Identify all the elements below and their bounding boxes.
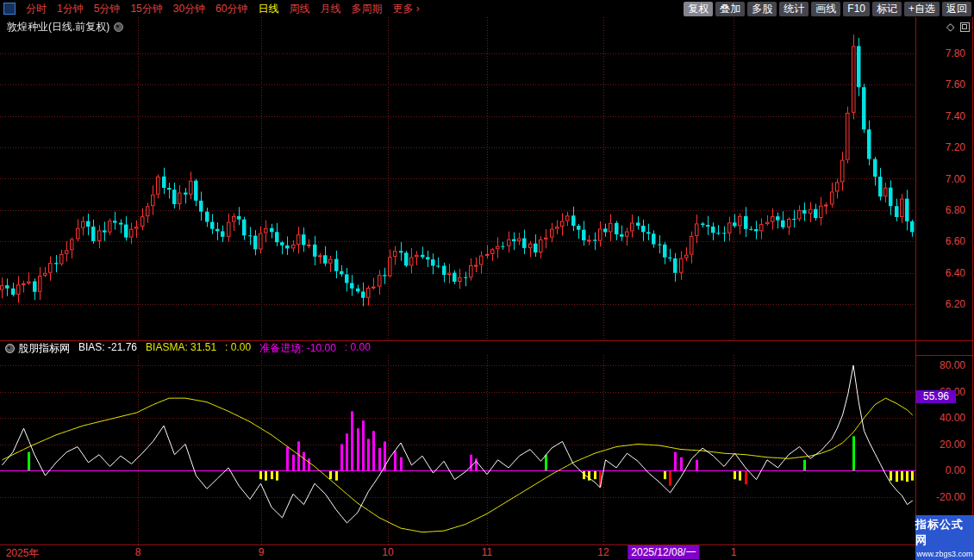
title-pin-icon[interactable] bbox=[114, 22, 123, 32]
menu-item-1分钟[interactable]: 1分钟 bbox=[52, 0, 89, 17]
toolbar-button-+自选[interactable]: +自选 bbox=[904, 2, 940, 16]
corner-diamond-icon[interactable]: ◇ bbox=[946, 21, 954, 33]
panel-separator-line bbox=[0, 340, 974, 341]
menu-item-更多 ›[interactable]: 更多 › bbox=[387, 0, 424, 17]
time-axis-label: 10 bbox=[382, 546, 393, 558]
time-axis-label: 12 bbox=[597, 546, 609, 558]
indicator-axis-top-border bbox=[915, 355, 974, 356]
indicator-latest-value-badge: 55.96 bbox=[916, 390, 956, 403]
price-axis-label: 6.40 bbox=[919, 267, 965, 279]
toolbar-button-标记[interactable]: 标记 bbox=[872, 2, 902, 16]
indicator-values: BIAS: -21.76BIASMA: 31.51: 0.00准备进场: -10… bbox=[78, 341, 379, 356]
price-axis-label: 7.00 bbox=[919, 173, 965, 185]
indicator-value-segment: : 0.00 bbox=[345, 341, 371, 356]
indicator-value-segment: BIASMA: 31.51 bbox=[146, 341, 216, 356]
price-axis-label: 7.60 bbox=[919, 78, 965, 90]
toolbar-button-叠加[interactable]: 叠加 bbox=[715, 2, 745, 16]
price-axis-label: 7.20 bbox=[919, 141, 965, 153]
menu-item-月线[interactable]: 月线 bbox=[315, 0, 346, 17]
indicator-value-segment: 准备进场: -10.00 bbox=[259, 341, 336, 356]
toolbar-button-复权[interactable]: 复权 bbox=[684, 2, 713, 16]
time-axis-label: 2025年 bbox=[6, 546, 40, 560]
period-menu: 分时1分钟5分钟15分钟30分钟60分钟日线周线月线多周期更多 › bbox=[21, 0, 425, 17]
toolbar-button-画线[interactable]: 画线 bbox=[811, 2, 840, 16]
toolbar-button-统计[interactable]: 统计 bbox=[779, 2, 809, 16]
time-axis-label: 8 bbox=[135, 546, 141, 558]
indicator-axis-label: 20.00 bbox=[919, 439, 965, 451]
indicator-axis-label: -20.00 bbox=[919, 491, 965, 503]
watermark-url: www.zbgs3.com bbox=[916, 550, 972, 558]
indicator-value-segment: BIAS: -21.76 bbox=[78, 341, 137, 356]
chart-title-row: 敦煌种业(日线.前复权) bbox=[7, 20, 123, 34]
watermark: 指标公式网 www.zbgs3.com bbox=[915, 515, 974, 560]
stock-title: 敦煌种业(日线.前复权) bbox=[7, 20, 109, 34]
right-edge-border bbox=[972, 17, 973, 544]
menu-item-日线[interactable]: 日线 bbox=[253, 0, 284, 17]
time-axis-label: 9 bbox=[259, 546, 265, 558]
app-window-icon[interactable] bbox=[3, 3, 16, 15]
price-axis-label: 7.80 bbox=[919, 47, 965, 59]
menu-item-5分钟[interactable]: 5分钟 bbox=[89, 0, 126, 17]
toolbar-button-返回[interactable]: 返回 bbox=[942, 2, 971, 16]
main-kline-chart[interactable] bbox=[0, 17, 915, 340]
menu-item-15分钟[interactable]: 15分钟 bbox=[125, 0, 167, 17]
axis-column-separator bbox=[915, 17, 916, 544]
price-axis-label: 6.80 bbox=[919, 204, 965, 216]
indicator-axis-label: 0.00 bbox=[919, 464, 965, 476]
price-axis-label: 6.60 bbox=[919, 235, 965, 247]
indicator-source-label: 股朋指标网 bbox=[18, 341, 70, 356]
top-menu-bar: 分时1分钟5分钟15分钟30分钟60分钟日线周线月线多周期更多 › 复权叠加多股… bbox=[0, 0, 974, 17]
date-highlight: 2025/12/08/一 bbox=[627, 545, 699, 559]
topbar-right-buttons: 复权叠加多股统计画线F10标记+自选返回 bbox=[681, 2, 974, 16]
menu-item-30分钟[interactable]: 30分钟 bbox=[168, 0, 210, 17]
menu-item-多周期[interactable]: 多周期 bbox=[346, 0, 387, 17]
indicator-pin-icon[interactable] bbox=[5, 344, 15, 353]
menu-item-60分钟[interactable]: 60分钟 bbox=[210, 0, 253, 17]
toolbar-button-F10[interactable]: F10 bbox=[843, 2, 870, 16]
time-axis-label: 11 bbox=[482, 546, 492, 558]
time-axis-label: 1 bbox=[731, 546, 737, 558]
trading-app-window: { "colors": { "up": "#ff3434", "down": "… bbox=[0, 0, 974, 560]
corner-window-icon[interactable] bbox=[960, 22, 970, 32]
price-axis-label: 6.20 bbox=[919, 298, 965, 310]
bias-indicator-chart[interactable] bbox=[0, 355, 915, 544]
price-axis-label: 7.40 bbox=[919, 110, 965, 122]
toolbar-button-多股[interactable]: 多股 bbox=[747, 2, 777, 16]
menu-item-分时[interactable]: 分时 bbox=[21, 0, 52, 17]
indicator-value-segment: : 0.00 bbox=[225, 341, 251, 356]
indicator-axis-label: 40.00 bbox=[919, 412, 965, 424]
watermark-title: 指标公式网 bbox=[915, 517, 974, 548]
indicator-header: 股朋指标网 BIAS: -21.76BIASMA: 31.51: 0.00准备进… bbox=[5, 342, 379, 355]
menu-item-周线[interactable]: 周线 bbox=[284, 0, 315, 17]
indicator-axis-label: 80.00 bbox=[919, 359, 965, 371]
timeaxis-separator-line bbox=[0, 544, 974, 545]
